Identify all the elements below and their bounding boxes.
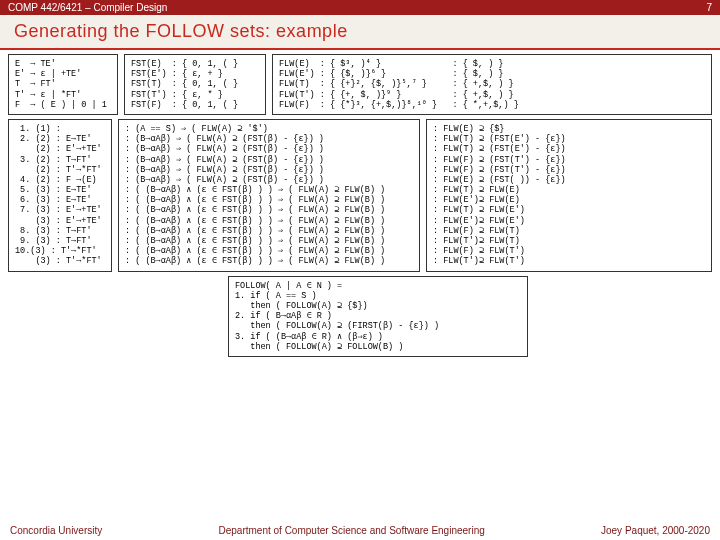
first-sets-box: FST(E) : { 0, 1, ( } FST(E') : { ε, + } …: [124, 54, 266, 115]
algorithm-box: FOLLOW( A | A ∈ N ) = 1. if ( A == S ) t…: [228, 276, 528, 357]
grammar-box: E → TE' E' → ε | +TE' T → FT' T' → ε | *…: [8, 54, 118, 115]
footer-center: Department of Computer Science and Softw…: [219, 525, 485, 536]
follow-sets-box: FLW(E) : { $³, )⁴ } : { $, ) } FLW(E') :…: [272, 54, 712, 115]
top-row: E → TE' E' → ε | +TE' T → FT' T' → ε | *…: [8, 54, 712, 115]
course-label: COMP 442/6421 – Compiler Design: [8, 2, 167, 13]
slide-title: Generating the FOLLOW sets: example: [14, 21, 348, 41]
footer: Concordia University Department of Compu…: [0, 525, 720, 536]
header-bar: COMP 442/6421 – Compiler Design 7: [0, 0, 720, 15]
steps-box: 1. (1) : 2. (2) : E→TE' (2) : E'→+TE' 3.…: [8, 119, 112, 272]
title-bar: Generating the FOLLOW sets: example: [0, 15, 720, 50]
derivation-row: 1. (1) : 2. (2) : E→TE' (2) : E'→+TE' 3.…: [8, 119, 712, 272]
result-box: : FLW(E) ⊇ {$} : FLW(T) ⊇ (FST(E') - {ε}…: [426, 119, 712, 272]
derivation-box: : (A == S) ⇒ ( FLW(A) ⊇ '$') : (B→αAβ) ⇒…: [118, 119, 420, 272]
content-area: E → TE' E' → ε | +TE' T → FT' T' → ε | *…: [0, 50, 720, 357]
page-number: 7: [706, 2, 712, 13]
footer-left: Concordia University: [10, 525, 102, 536]
footer-right: Joey Paquet, 2000-2020: [601, 525, 710, 536]
